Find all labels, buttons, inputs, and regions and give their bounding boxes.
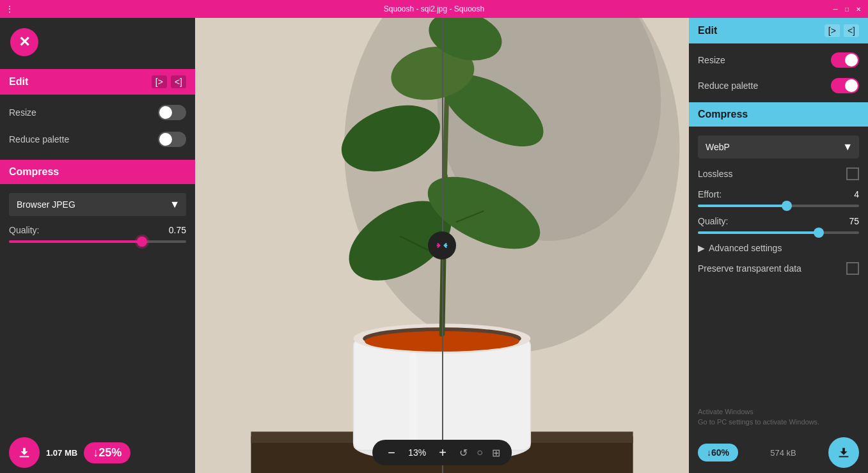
right-effort-label: Effort: <box>698 189 722 199</box>
windows-watermark: Activate Windows Go to PC settings to ac… <box>689 402 868 432</box>
right-percent-value: ↓60% <box>707 447 729 458</box>
right-file-size: 574 kB <box>770 448 796 458</box>
zoom-plus-button[interactable]: + <box>435 445 450 460</box>
right-quality-track <box>698 231 859 234</box>
right-quality-fill <box>698 231 819 234</box>
left-resize-row: Resize <box>9 105 186 120</box>
right-lossless-label: Lossless <box>698 169 732 179</box>
right-effort-track <box>698 205 859 207</box>
image-area[interactable]: − 13% + ↺ ○ ⊞ <box>195 18 689 473</box>
left-quality-thumb[interactable] <box>137 236 147 247</box>
right-effort-slider[interactable] <box>698 205 859 207</box>
title-bar: ⋮ Squoosh - sqi2.jpg - Squoosh ─ □ ✕ <box>0 0 868 18</box>
left-resize-label: Resize <box>9 107 36 118</box>
right-format-select[interactable]: WebP Browser JPEG AVIF PNG <box>698 136 859 159</box>
right-quality-thumb[interactable] <box>814 228 824 238</box>
right-effort-row: Effort: 4 <box>698 189 859 199</box>
right-quality-value: 75 <box>849 216 859 226</box>
right-download-button[interactable] <box>828 437 859 468</box>
maximize-button[interactable]: □ <box>842 4 851 13</box>
right-effort-fill <box>698 205 787 207</box>
left-code-btn-left[interactable]: [> <box>152 75 167 88</box>
left-format-select[interactable]: Browser JPEG WebP AVIF PNG <box>9 193 186 216</box>
right-compress-title: Compress <box>698 109 748 120</box>
chevron-right-icon: ▶ <box>698 243 705 253</box>
left-compress-title: Compress <box>9 166 59 177</box>
left-compress-section: Compress <box>0 160 195 184</box>
rotate-icon[interactable]: ↺ <box>459 447 468 459</box>
comparison-handle[interactable] <box>428 231 456 260</box>
left-palette-toggle[interactable] <box>158 132 186 147</box>
right-resize-toggle[interactable] <box>831 52 859 68</box>
right-edit-header: Edit [> <] <box>689 18 868 43</box>
right-panel: Edit [> <] Resize Reduce palette <box>689 18 868 473</box>
right-advanced-settings[interactable]: ▶ Advanced settings <box>698 243 859 253</box>
right-format-wrapper: WebP Browser JPEG AVIF PNG ▼ <box>698 136 859 159</box>
right-preserve-checkbox[interactable] <box>846 262 859 275</box>
left-compress-settings: Browser JPEG WebP AVIF PNG ▼ Quality: 0.… <box>0 184 195 252</box>
right-bottom-bar: ↓60% 574 kB <box>689 432 868 473</box>
right-palette-toggle[interactable] <box>831 78 859 93</box>
left-quality-track <box>9 240 186 243</box>
left-palette-toggle-knob <box>159 133 172 146</box>
svg-rect-22 <box>409 353 417 446</box>
app-title: Squoosh - sqi2.jpg - Squoosh <box>384 4 484 13</box>
right-resize-label: Resize <box>698 55 725 65</box>
right-effort-section: Effort: 4 <box>698 189 859 207</box>
left-resize-toggle[interactable] <box>158 105 186 120</box>
left-settings-area: Resize Reduce palette <box>0 95 195 157</box>
right-lossless-row: Lossless <box>698 167 859 180</box>
minimize-button[interactable]: ─ <box>831 4 840 13</box>
svg-rect-0 <box>20 456 29 458</box>
left-quality-label: Quality: <box>9 225 39 235</box>
left-resize-toggle-knob <box>159 106 172 119</box>
windows-activate-line2: Go to PC settings to activate Windows. <box>698 417 859 427</box>
left-download-button[interactable] <box>9 437 40 468</box>
fit-icon[interactable]: ○ <box>477 447 483 458</box>
left-quality-slider[interactable] <box>9 240 186 243</box>
left-edit-title: Edit <box>9 76 28 88</box>
right-palette-label: Reduce palette <box>698 81 758 91</box>
window-controls: ─ □ ✕ <box>831 4 863 13</box>
left-code-btn-right[interactable]: <] <box>171 75 186 88</box>
right-quality-slider[interactable] <box>698 231 859 234</box>
menu-dots[interactable]: ⋮ <box>5 4 14 14</box>
zoom-minus-button[interactable]: − <box>384 445 399 460</box>
right-preserve-row: Preserve transparent data <box>698 262 859 275</box>
right-edit-title: Edit <box>698 25 717 36</box>
right-quality-label: Quality: <box>698 216 728 226</box>
right-lossless-checkbox[interactable] <box>846 167 859 180</box>
right-compress-header: Compress <box>689 102 868 127</box>
left-palette-row: Reduce palette <box>9 132 186 147</box>
right-effort-value: 4 <box>854 189 859 199</box>
right-code-btn-left[interactable]: [> <box>825 24 840 37</box>
left-code-buttons: [> <] <box>152 75 186 88</box>
right-compress-settings: WebP Browser JPEG AVIF PNG ▼ Lossless Ef… <box>689 127 868 284</box>
zoom-level-display: 13% <box>408 447 426 458</box>
left-palette-label: Reduce palette <box>9 134 69 144</box>
close-window-button[interactable]: ✕ <box>854 4 863 13</box>
left-bottom-bar: 1.07 MB ↓25% <box>0 432 195 473</box>
left-edit-section: Edit [> <] <box>0 69 195 95</box>
right-code-btn-right[interactable]: <] <box>844 24 859 37</box>
left-file-size: 1.07 MB <box>46 448 77 458</box>
right-settings-area: Resize Reduce palette <box>689 43 868 102</box>
close-button[interactable]: ✕ <box>10 28 38 56</box>
right-effort-thumb[interactable] <box>782 201 792 211</box>
right-palette-toggle-knob <box>845 79 858 92</box>
left-quality-fill <box>9 240 142 243</box>
left-quality-value: 0.75 <box>169 225 186 235</box>
windows-activate-line1: Activate Windows <box>698 407 859 417</box>
left-quality-row: Quality: 0.75 <box>9 225 186 235</box>
right-quality-row: Quality: 75 <box>698 216 859 226</box>
crop-icon[interactable]: ⊞ <box>492 447 500 459</box>
right-preserve-label: Preserve transparent data <box>698 263 801 274</box>
left-percent-badge: ↓25% <box>84 442 130 463</box>
right-resize-row: Resize <box>698 52 859 68</box>
left-format-wrapper: Browser JPEG WebP AVIF PNG ▼ <box>9 193 186 216</box>
zoom-controls: − 13% + ↺ ○ ⊞ <box>372 440 512 465</box>
left-panel: ✕ Edit [> <] Resize Reduce palette <box>0 18 195 473</box>
right-quality-section: Quality: 75 <box>698 216 859 234</box>
right-resize-toggle-knob <box>845 54 858 66</box>
right-advanced-label: Advanced settings <box>709 243 782 253</box>
